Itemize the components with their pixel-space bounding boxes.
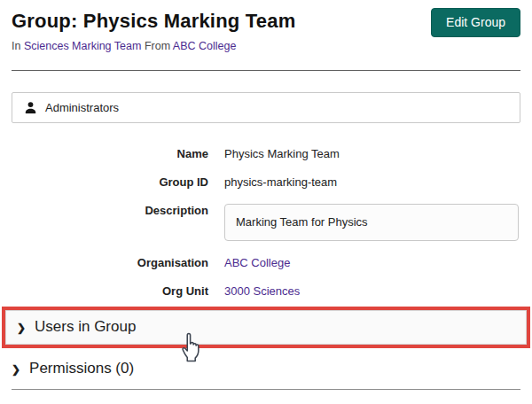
chevron-right-icon: ❯: [17, 322, 26, 334]
hand-cursor-icon: [179, 329, 204, 366]
accordion-sections: ❯ Permissions (0) ❯ Recent Activities: [12, 350, 520, 404]
section-users-in-group[interactable]: ❯ Users in Group: [5, 310, 527, 345]
form-row-organisation: Organisation ABC College: [12, 256, 520, 269]
administrators-label: Administrators: [45, 101, 119, 114]
description-label: Description: [12, 204, 208, 217]
group-id-value: physics-marking-team: [224, 175, 519, 189]
breadcrumb-org-link[interactable]: ABC College: [173, 40, 237, 52]
users-in-group-label: Users in Group: [35, 318, 136, 336]
chevron-right-icon: ❯: [12, 363, 20, 376]
name-value: Physics Marking Team: [224, 147, 519, 160]
name-label: Name: [12, 147, 208, 160]
page-title: Group: Physics Marking Team: [12, 10, 295, 33]
section-recent-activities[interactable]: ❯ Recent Activities: [12, 392, 520, 404]
org-unit-link[interactable]: 3000 Sciences: [224, 284, 300, 298]
section-permissions[interactable]: ❯ Permissions (0): [12, 350, 520, 386]
form-row-org-unit: Org Unit 3000 Sciences: [12, 284, 520, 298]
organisation-label: Organisation: [12, 256, 208, 269]
form-row-group-id: Group ID physics-marking-team: [12, 175, 520, 189]
page-header: Group: Physics Marking Team Edit Group: [12, 7, 520, 37]
section-divider: [12, 389, 520, 390]
form-row-description: Description Marking Team for Physics: [12, 204, 520, 241]
header-divider: [12, 70, 520, 71]
annotation-highlight: ❯ Users in Group: [2, 307, 530, 348]
group-detail-page: Group: Physics Marking Team Edit Group I…: [0, 0, 532, 404]
group-details-form: Name Physics Marking Team Group ID physi…: [12, 147, 520, 298]
edit-group-button[interactable]: Edit Group: [431, 8, 520, 37]
form-row-name: Name Physics Marking Team: [12, 147, 520, 160]
breadcrumb: In Sciences Marking Team From ABC Colleg…: [12, 40, 520, 52]
group-id-label: Group ID: [12, 175, 208, 189]
breadcrumb-prefix: In: [12, 40, 20, 52]
user-icon: [24, 101, 37, 114]
breadcrumb-team-link[interactable]: Sciences Marking Team: [24, 40, 141, 52]
permissions-label: Permissions (0): [29, 360, 134, 377]
breadcrumb-middle: From: [145, 40, 170, 52]
administrators-panel[interactable]: Administrators: [12, 92, 520, 123]
organisation-link[interactable]: ABC College: [224, 256, 290, 269]
description-value-box: Marking Team for Physics: [224, 204, 519, 241]
org-unit-label: Org Unit: [12, 284, 208, 298]
